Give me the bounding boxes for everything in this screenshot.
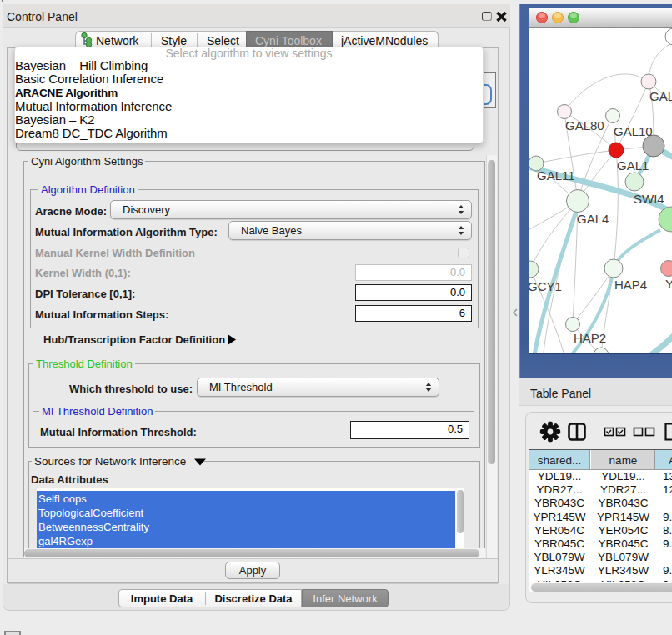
svg-text:HAP4: HAP4 xyxy=(614,278,647,292)
svg-text:GAL1: GAL1 xyxy=(617,158,649,172)
svg-text:GAL4: GAL4 xyxy=(577,212,609,226)
svg-text:GAL10: GAL10 xyxy=(614,124,653,138)
svg-text:Y: Y xyxy=(665,277,672,291)
svg-text:SWI4: SWI4 xyxy=(634,192,664,206)
svg-text:GCY1: GCY1 xyxy=(529,279,562,293)
svg-text:GAL80: GAL80 xyxy=(565,118,604,132)
svg-text:HAP2: HAP2 xyxy=(574,331,606,345)
svg-text:GAL: GAL xyxy=(649,89,672,103)
svg-text:GAL11: GAL11 xyxy=(537,168,575,182)
